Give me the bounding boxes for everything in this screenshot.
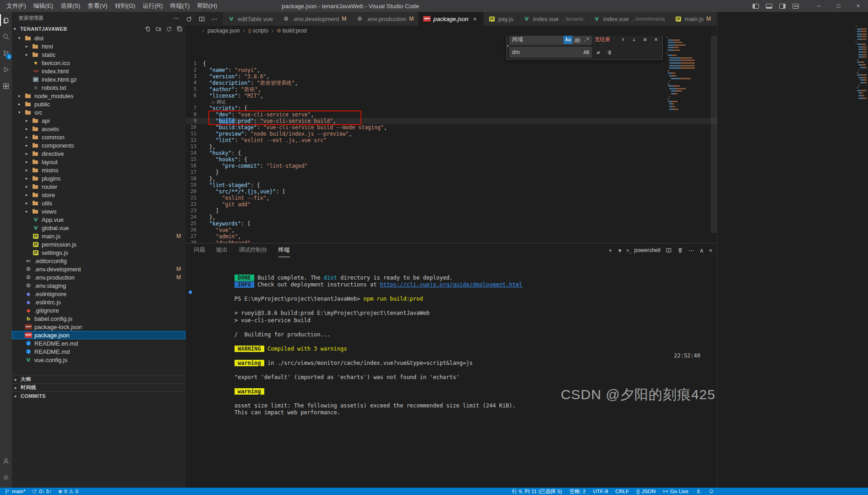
menu-item[interactable]: 选择(S) <box>57 0 84 12</box>
tree-item[interactable]: .env.staging <box>12 281 186 290</box>
code-line[interactable]: 12 "lint": "eslint --ext .js,.vue src" <box>186 137 717 143</box>
tree-item[interactable]: directive <box>12 149 186 158</box>
terminal-shell-selector[interactable]: >_ powershell <box>626 247 660 253</box>
tree-item[interactable]: node_modules <box>12 92 186 100</box>
tree-item[interactable]: package-lock.json <box>12 323 186 331</box>
more-actions-icon[interactable]: ⋯ <box>211 15 218 22</box>
editor-tab[interactable]: main.js M <box>670 12 716 26</box>
collapse-all-icon[interactable] <box>176 26 183 32</box>
tree-item[interactable]: .gitignore <box>12 306 186 314</box>
panel-tab[interactable]: 终端 <box>278 243 290 257</box>
code-line[interactable]: 10 "build:stage": "vue-cli-service build… <box>186 124 717 131</box>
code-line[interactable]: 21 "eslint --fix", <box>186 195 717 201</box>
code-line[interactable]: 6 "license": "MIT", <box>186 93 717 99</box>
code-line[interactable]: 14 "husky": { <box>186 150 717 156</box>
menu-item[interactable]: 终端(T) <box>166 0 193 12</box>
code-line[interactable]: 8 "dev": "vue-cli-service serve", <box>186 111 717 118</box>
tree-item[interactable]: index.html.gz <box>12 75 186 83</box>
split-terminal-icon[interactable] <box>666 247 672 253</box>
editor-tab[interactable]: .env.production M <box>351 12 419 26</box>
editor-tab[interactable]: pay.js <box>484 12 519 26</box>
tree-item[interactable]: dist <box>12 34 186 42</box>
tree-item[interactable]: views <box>12 207 186 215</box>
eol-item[interactable]: CRLF <box>615 489 629 494</box>
panel-tab[interactable]: 调试控制台 <box>239 243 267 257</box>
preserve-case-button[interactable]: AB <box>582 48 591 57</box>
tree-item[interactable]: .eslintignore <box>12 290 186 298</box>
tree-item[interactable]: App.vue <box>12 215 186 224</box>
go-live-item[interactable]: Go Live <box>663 489 688 494</box>
explorer-activity-button[interactable] <box>0 12 12 28</box>
code-line[interactable]: 11 "preview": "node build/index.js --pre… <box>186 131 717 137</box>
encoding-item[interactable]: UTF-8 <box>593 489 608 494</box>
editor-tab[interactable]: editTable.vue <box>223 12 278 26</box>
tree-item[interactable]: .eslintrc.js <box>12 298 186 306</box>
close-button[interactable]: × <box>848 0 868 12</box>
previous-match-icon[interactable]: ↑ <box>618 36 628 44</box>
kill-terminal-icon[interactable] <box>677 247 683 253</box>
find-in-selection-icon[interactable]: ≡ <box>640 36 650 44</box>
regex-button[interactable]: .* <box>582 36 591 44</box>
panel-tab[interactable]: 问题 <box>194 243 205 257</box>
tree-item[interactable]: plugins <box>12 174 186 182</box>
split-editor-icon[interactable] <box>198 16 205 22</box>
menu-item[interactable]: 编辑(E) <box>30 0 57 12</box>
problems-item[interactable]: ⊗ 0 ⚠ 0 <box>58 489 78 495</box>
tree-item[interactable]: main.js M <box>12 232 186 240</box>
tree-item[interactable]: .env.production M <box>12 273 186 281</box>
sidebar-more-actions-icon[interactable]: ⋯ <box>173 15 179 22</box>
match-case-button[interactable]: Aa <box>563 36 573 44</box>
toggle-sidebar-icon[interactable] <box>753 4 759 9</box>
tree-item[interactable]: common <box>12 133 186 141</box>
menu-item[interactable]: 转到(G) <box>111 0 139 12</box>
tree-item[interactable]: babel.config.js <box>12 314 186 323</box>
find-input[interactable] <box>512 36 563 43</box>
tree-item[interactable]: index.html <box>12 67 186 75</box>
tree-item[interactable]: public <box>12 100 186 108</box>
menu-item[interactable]: 帮助(H) <box>193 0 221 12</box>
tab-close-icon[interactable]: × <box>471 16 479 22</box>
close-find-icon[interactable]: × <box>651 36 661 44</box>
project-section-header[interactable]: ▾ TENANTJAVAWEB <box>12 24 186 34</box>
code-line[interactable]: 5 "author": "若依", <box>186 86 717 93</box>
new-file-icon[interactable] <box>145 26 151 32</box>
indentation-item[interactable]: 空格: 2 <box>569 488 586 495</box>
code-line[interactable]: 2 "name": "ruoyi", <box>186 67 717 73</box>
menu-item[interactable]: 查看(V) <box>84 0 111 12</box>
code-line[interactable]: 23 ] <box>186 208 717 214</box>
tree-item[interactable]: settings.js <box>12 248 186 257</box>
tree-item[interactable]: robots.txt <box>12 83 186 92</box>
tree-item[interactable]: static <box>12 50 186 59</box>
close-panel-icon[interactable]: × <box>709 247 712 254</box>
terminal-dropdown-chevron-icon[interactable]: ▾ <box>618 247 622 254</box>
rocket-extension-item[interactable] <box>696 489 701 494</box>
code-line[interactable]: 20 "src/**/*.{js,vue}": [ <box>186 188 717 195</box>
tree-item[interactable]: html <box>12 42 186 50</box>
open-changes-icon[interactable] <box>186 16 192 22</box>
code-line[interactable]: 28 "dashboard", <box>186 240 717 243</box>
git-sync-item[interactable]: 0↓ 5↑ <box>32 489 52 494</box>
menu-item[interactable]: 文件(F) <box>3 0 30 12</box>
breadcrumb-item[interactable]: build:prod <box>268 28 307 34</box>
tree-item[interactable]: package.json <box>12 331 186 339</box>
replace-icon[interactable]: ⇄ <box>594 48 603 57</box>
tree-item[interactable]: favicon.ico <box>12 59 186 67</box>
settings-button[interactable] <box>0 469 12 486</box>
code-line[interactable]: 26 "vue", <box>186 227 717 233</box>
editor-tab[interactable]: package.json × <box>419 12 484 26</box>
source-control-activity-button[interactable]: 3 <box>0 45 12 61</box>
tree-item[interactable]: README.md <box>12 347 186 356</box>
code-line[interactable]: 15 "hooks": { <box>186 156 717 163</box>
language-mode-item[interactable]: {} JSON <box>636 489 655 494</box>
tree-item[interactable]: mixins <box>12 166 186 174</box>
tree-item[interactable]: utils <box>12 199 186 207</box>
replace-input[interactable] <box>512 49 582 55</box>
editor-tab[interactable]: .env.development M <box>278 12 352 26</box>
code-line[interactable]: 27 "admin", <box>186 233 717 240</box>
tree-item[interactable]: permission.js <box>12 240 186 248</box>
tree-item[interactable]: assets <box>12 125 186 133</box>
minimap[interactable] <box>666 37 697 111</box>
terminal-output[interactable]: DONE Build complete. The dist directory … <box>186 257 717 409</box>
code-line[interactable]: 18 }, <box>186 176 717 182</box>
minimize-button[interactable]: – <box>809 0 829 12</box>
